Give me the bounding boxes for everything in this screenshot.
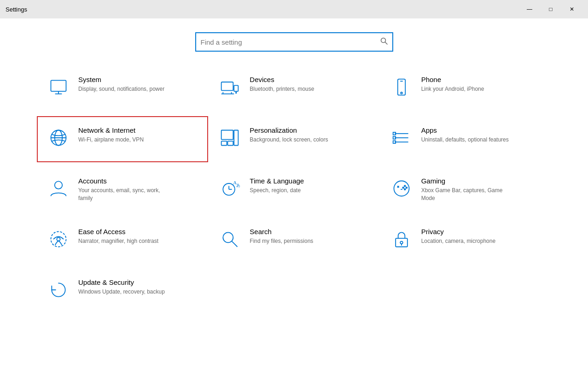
- svg-rect-19: [221, 141, 227, 145]
- svg-text:あ: あ: [236, 183, 240, 188]
- setting-desc-update: Windows Update, recovery, backup: [78, 288, 165, 296]
- setting-item-personalization[interactable]: PersonalizationBackground, lock screen, …: [208, 116, 379, 162]
- setting-desc-system: Display, sound, notifications, power: [78, 85, 164, 93]
- window-title: Settings: [6, 6, 27, 13]
- svg-point-11: [236, 92, 237, 93]
- titlebar: Settings — □ ✕: [0, 0, 588, 18]
- setting-title-gaming: Gaming: [421, 177, 513, 185]
- setting-desc-apps: Uninstall, defaults, optional features: [421, 136, 509, 144]
- update-icon: [47, 278, 70, 301]
- setting-desc-devices: Bluetooth, printers, mouse: [250, 85, 314, 93]
- svg-rect-20: [228, 141, 233, 145]
- setting-item-search[interactable]: SearchFind my files, permissions: [208, 218, 379, 264]
- svg-rect-5: [221, 82, 233, 90]
- setting-desc-phone: Link your Android, iPhone: [421, 85, 484, 93]
- content-area: SystemDisplay, sound, notifications, pow…: [0, 18, 588, 371]
- svg-line-1: [385, 42, 387, 45]
- setting-desc-gaming: Xbox Game Bar, captures, Game Mode: [421, 187, 513, 202]
- search-icon: [218, 228, 241, 251]
- search-container: [37, 18, 551, 65]
- setting-item-apps[interactable]: AppsUninstall, defaults, optional featur…: [380, 116, 551, 162]
- svg-rect-2: [51, 80, 66, 91]
- setting-title-time: Time & Language: [250, 177, 304, 185]
- search-box[interactable]: [195, 32, 393, 52]
- svg-line-43: [232, 241, 238, 247]
- svg-point-14: [401, 92, 402, 94]
- svg-point-45: [400, 241, 403, 244]
- devices-icon: [218, 76, 241, 99]
- setting-desc-ease: Narrator, magnifier, high contrast: [78, 237, 158, 245]
- setting-title-ease: Ease of Access: [78, 228, 158, 236]
- setting-desc-personalization: Background, lock screen, colors: [250, 136, 328, 144]
- setting-title-privacy: Privacy: [421, 228, 495, 236]
- setting-item-network[interactable]: Network & InternetWi-Fi, airplane mode, …: [37, 116, 208, 162]
- setting-title-devices: Devices: [250, 76, 314, 83]
- window-controls: — □ ✕: [519, 2, 582, 16]
- setting-desc-search: Find my files, permissions: [250, 237, 313, 245]
- svg-rect-6: [234, 85, 238, 91]
- svg-rect-18: [221, 130, 233, 140]
- setting-item-system[interactable]: SystemDisplay, sound, notifications, pow…: [37, 65, 208, 112]
- search-magnifier-icon: [380, 37, 388, 47]
- setting-title-update: Update & Security: [78, 278, 165, 286]
- apps-icon: [390, 126, 413, 149]
- minimize-button[interactable]: —: [519, 2, 540, 16]
- svg-point-42: [223, 232, 233, 242]
- svg-rect-21: [234, 130, 238, 146]
- gaming-icon: [390, 177, 413, 200]
- network-icon: [47, 126, 70, 149]
- svg-point-28: [55, 181, 63, 189]
- setting-title-network: Network & Internet: [78, 126, 144, 134]
- personalization-icon: [218, 126, 241, 149]
- setting-title-phone: Phone: [421, 76, 484, 83]
- system-icon: [47, 76, 70, 99]
- privacy-icon: [390, 228, 413, 251]
- ease-icon: [47, 228, 70, 251]
- settings-grid: SystemDisplay, sound, notifications, pow…: [37, 65, 551, 314]
- setting-title-personalization: Personalization: [250, 126, 328, 134]
- setting-desc-network: Wi-Fi, airplane mode, VPN: [78, 136, 144, 144]
- setting-item-gaming[interactable]: GamingXbox Game Bar, captures, Game Mode: [380, 167, 551, 213]
- setting-item-devices[interactable]: DevicesBluetooth, printers, mouse: [208, 65, 379, 112]
- svg-point-40: [51, 232, 66, 247]
- maximize-button[interactable]: □: [540, 2, 561, 16]
- svg-point-35: [404, 185, 406, 187]
- search-input[interactable]: [201, 38, 380, 46]
- setting-item-ease[interactable]: Ease of AccessNarrator, magnifier, high …: [37, 218, 208, 264]
- setting-title-system: System: [78, 76, 164, 83]
- svg-point-37: [402, 187, 404, 188]
- setting-title-apps: Apps: [421, 126, 509, 134]
- svg-rect-27: [393, 141, 396, 143]
- accounts-icon: [47, 177, 70, 200]
- svg-rect-25: [393, 132, 396, 135]
- close-button[interactable]: ✕: [561, 2, 582, 16]
- svg-point-36: [406, 187, 407, 188]
- setting-item-privacy[interactable]: PrivacyLocation, camera, microphone: [380, 218, 551, 264]
- setting-title-search: Search: [250, 228, 313, 236]
- setting-desc-accounts: Your accounts, email, sync, work, family: [78, 187, 170, 202]
- phone-icon: [390, 76, 413, 99]
- setting-title-accounts: Accounts: [78, 177, 170, 185]
- setting-desc-privacy: Location, camera, microphone: [421, 237, 495, 245]
- setting-item-update[interactable]: Update & SecurityWindows Update, recover…: [37, 268, 208, 314]
- svg-rect-26: [393, 136, 396, 139]
- time-icon: A あ: [218, 177, 241, 200]
- setting-item-phone[interactable]: PhoneLink your Android, iPhone: [380, 65, 551, 112]
- svg-point-41: [57, 237, 60, 241]
- svg-point-38: [404, 188, 406, 190]
- setting-item-accounts[interactable]: AccountsYour accounts, email, sync, work…: [37, 167, 208, 213]
- setting-desc-time: Speech, region, date: [250, 187, 304, 194]
- settings-window: Settings — □ ✕ SystemDisplay, sound, n: [0, 0, 588, 371]
- setting-item-time[interactable]: A あ Time & LanguageSpeech, region, date: [208, 167, 379, 213]
